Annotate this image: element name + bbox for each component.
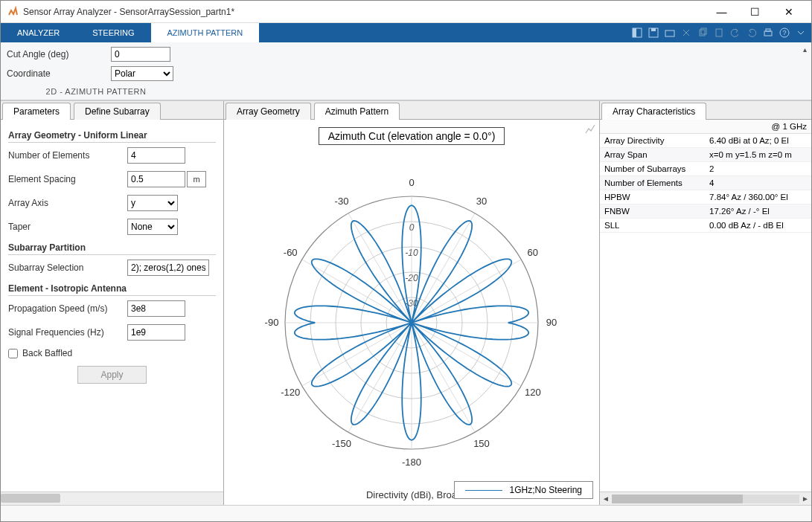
svg-line-35 <box>412 213 475 323</box>
maximize-button[interactable]: ☐ <box>738 1 772 22</box>
table-row: Number of Elements4 <box>600 176 811 190</box>
collapse-ribbon-icon[interactable]: ▴ <box>803 45 807 54</box>
table-row: Array Spanx=0 m y=1.5 m z=0 m <box>600 148 811 162</box>
svg-text:-90: -90 <box>265 317 279 328</box>
tab-parameters[interactable]: Parameters <box>2 103 71 120</box>
tool-dropdown-icon[interactable] <box>793 25 808 40</box>
svg-text:-120: -120 <box>281 387 300 398</box>
svg-rect-4 <box>665 30 674 36</box>
char-header: @ 1 GHz <box>705 120 811 134</box>
tab-azimuth-pattern[interactable]: Azimuth Pattern <box>314 103 400 120</box>
svg-line-43 <box>412 323 475 432</box>
coordinate-label: Coordinate <box>7 68 111 79</box>
svg-rect-3 <box>651 28 656 31</box>
sig-freq-label: Signal Frequencies (Hz) <box>8 327 127 338</box>
svg-text:-180: -180 <box>402 457 421 468</box>
polar-chart: 0-10-20-30-180-150-120-90-60-30030609012… <box>252 163 572 483</box>
legend-text: 1GHz;No Steering <box>510 485 582 495</box>
svg-line-25 <box>302 323 412 386</box>
svg-text:90: 90 <box>546 317 557 328</box>
prop-speed-label: Propagation Speed (m/s) <box>8 303 127 314</box>
table-row: Array Directivity6.40 dBi at 0 Az; 0 El <box>600 134 811 148</box>
back-baffled-label: Back Baffled <box>22 348 72 358</box>
right-horizontal-scrollbar[interactable]: ◄ ► <box>600 492 811 505</box>
tool-undo-icon[interactable] <box>728 25 743 40</box>
tool-save-icon[interactable] <box>646 25 661 40</box>
coordinate-select[interactable]: Polar <box>111 66 173 81</box>
cut-angle-input[interactable] <box>111 47 170 62</box>
svg-text:-30: -30 <box>335 196 349 207</box>
matlab-logo-icon <box>7 6 19 18</box>
subarray-selection-input[interactable] <box>127 260 209 276</box>
window-title: Sensor Array Analyzer - SensorArraySessi… <box>23 7 705 17</box>
element-spacing-label: Element Spacing <box>8 174 127 184</box>
tab-array-characteristics[interactable]: Array Characteristics <box>601 103 706 120</box>
num-elements-input[interactable] <box>127 147 185 164</box>
group-element: Element - Isotropic Antenna <box>8 283 216 296</box>
svg-rect-9 <box>766 29 770 31</box>
tool-help-icon[interactable]: ? <box>777 25 792 40</box>
svg-text:60: 60 <box>528 247 538 258</box>
table-row: SLL0.00 dB Az / - dB El <box>600 219 811 233</box>
taper-label: Taper <box>8 222 127 232</box>
svg-text:30: 30 <box>476 196 487 207</box>
apply-button[interactable]: Apply <box>77 366 146 384</box>
config-section-label: 2D - AZIMUTH PATTERN <box>7 86 185 98</box>
spacing-unit[interactable]: m <box>187 171 206 187</box>
svg-rect-1 <box>633 28 636 37</box>
status-bar <box>1 505 811 521</box>
svg-text:?: ? <box>782 29 786 36</box>
scroll-right-icon[interactable]: ► <box>799 494 811 503</box>
svg-line-37 <box>412 260 521 323</box>
svg-rect-7 <box>716 29 722 36</box>
ribbon-tab-steering[interactable]: STEERING <box>76 23 150 42</box>
table-row: FNBW17.26° Az / -° El <box>600 204 811 219</box>
svg-text:120: 120 <box>525 387 541 398</box>
ribbon-tab-azimuth[interactable]: AZIMUTH PATTERN <box>151 23 260 42</box>
svg-text:-150: -150 <box>332 438 351 449</box>
svg-text:-60: -60 <box>284 247 298 258</box>
chart-legend: 1GHz;No Steering <box>454 481 593 499</box>
svg-rect-8 <box>764 31 772 36</box>
svg-line-31 <box>348 213 412 323</box>
tool-paste-icon[interactable] <box>712 25 726 40</box>
tool-print-icon[interactable] <box>761 25 776 40</box>
svg-rect-6 <box>701 28 706 34</box>
characteristics-table: @ 1 GHz Array Directivity6.40 dBi at 0 A… <box>600 120 811 233</box>
left-horizontal-scrollbar[interactable] <box>1 492 223 505</box>
close-button[interactable]: ✕ <box>772 1 805 22</box>
svg-line-29 <box>302 260 412 323</box>
cut-angle-label: Cut Angle (deg) <box>7 49 111 59</box>
svg-text:150: 150 <box>473 438 490 449</box>
array-axis-select[interactable]: y <box>127 195 178 211</box>
tab-define-subarray[interactable]: Define Subarray <box>74 103 161 120</box>
tool-copy-icon[interactable] <box>695 25 710 40</box>
chart-axis-label: Directivity (dBi), Broa <box>366 489 457 500</box>
group-array-geometry: Array Geometry - Uniform Linear <box>8 130 216 143</box>
num-elements-label: Number of Elements <box>8 150 127 161</box>
tool-cut-icon[interactable] <box>679 25 694 40</box>
svg-rect-5 <box>700 30 705 36</box>
group-subarray-partition: Subarray Partition <box>8 242 216 255</box>
tab-array-geometry[interactable]: Array Geometry <box>226 103 311 120</box>
array-axis-label: Array Axis <box>8 198 127 208</box>
legend-line-icon <box>465 490 502 491</box>
element-spacing-input[interactable] <box>127 171 185 187</box>
sig-freq-input[interactable] <box>127 324 185 341</box>
svg-line-23 <box>348 323 412 432</box>
back-baffled-checkbox[interactable] <box>8 349 18 358</box>
subarray-selection-label: Subarray Selection <box>8 262 127 273</box>
svg-line-41 <box>412 323 521 386</box>
minimize-button[interactable]: — <box>705 1 738 22</box>
taper-select[interactable]: None <box>127 219 178 235</box>
table-row: HPBW7.84° Az / 360.00° El <box>600 190 811 204</box>
chart-tools-icon[interactable] <box>584 123 596 135</box>
tool-layout-icon[interactable] <box>630 25 645 40</box>
prop-speed-input[interactable] <box>127 300 185 317</box>
ribbon-tab-analyzer[interactable]: ANALYZER <box>1 23 76 42</box>
tool-redo-icon[interactable] <box>744 25 759 40</box>
scroll-left-icon[interactable]: ◄ <box>600 494 612 503</box>
svg-text:0: 0 <box>409 177 414 188</box>
tool-open-icon[interactable] <box>662 25 677 40</box>
chart-title: Azimuth Cut (elevation angle = 0.0°) <box>319 127 505 145</box>
